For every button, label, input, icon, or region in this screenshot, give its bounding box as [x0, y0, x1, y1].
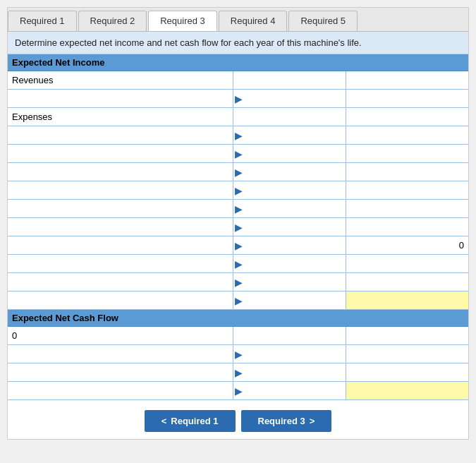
- row-label-e3: [8, 163, 233, 181]
- next-button-label: Required 3: [258, 416, 305, 426]
- input-col-e6[interactable]: ▶: [233, 218, 346, 236]
- cashflow-input-0[interactable]: [233, 329, 346, 342]
- expenses-input[interactable]: [233, 110, 346, 124]
- row-label-e6: [8, 218, 233, 236]
- input-col-1[interactable]: ▶: [233, 90, 346, 107]
- value-col-yellow-1[interactable]: [346, 291, 468, 309]
- table-row: ▶: [8, 218, 468, 236]
- table-row: ▶: [8, 145, 468, 163]
- value-col-e7: [346, 255, 468, 272]
- row-label-e8: [8, 273, 233, 291]
- input-cf1[interactable]: [243, 347, 346, 361]
- input-col-e3[interactable]: ▶: [233, 163, 346, 181]
- input-col-e2[interactable]: ▶: [233, 145, 346, 162]
- revenues-value-col: [346, 71, 468, 89]
- table-row: ▶: [8, 163, 468, 181]
- value-col-zero: 0: [346, 236, 468, 254]
- arrow-icon-e3: ▶: [233, 167, 243, 178]
- row-label-cf-yellow: [8, 382, 233, 399]
- row-label-empty-1: [8, 90, 233, 107]
- input-col-cf2[interactable]: ▶: [233, 363, 346, 381]
- row-label-expenses: Expenses: [8, 108, 233, 126]
- cashflow-input-col-0[interactable]: [233, 327, 346, 344]
- input-e7[interactable]: [243, 257, 346, 270]
- section-header-net-income: Expected Net Income: [8, 54, 468, 71]
- arrow-icon-e2: ▶: [233, 148, 243, 160]
- row-label-yellow-1: [8, 291, 233, 309]
- value-col-e6: [346, 218, 468, 236]
- table-row: ▶: [8, 363, 468, 382]
- table-row: ▶: [8, 291, 468, 310]
- next-button[interactable]: Required 3 >: [241, 410, 332, 432]
- value-col-1: [346, 90, 468, 107]
- row-label-cashflow-0: 0: [8, 327, 233, 344]
- value-col-e1: [346, 126, 468, 144]
- input-e6[interactable]: [243, 220, 346, 234]
- chevron-left-icon: <: [161, 416, 167, 426]
- tab-required-1[interactable]: Required 1: [8, 11, 77, 31]
- input-col-e1[interactable]: ▶: [233, 126, 346, 144]
- arrow-icon-e1: ▶: [233, 130, 243, 141]
- input-col-cf1[interactable]: ▶: [233, 345, 346, 363]
- value-col-cf-yellow[interactable]: [346, 382, 468, 399]
- prev-button[interactable]: < Required 1: [145, 410, 236, 432]
- input-e4[interactable]: [243, 184, 346, 197]
- arrow-icon-e4: ▶: [233, 185, 243, 196]
- row-label-zero: [8, 236, 233, 254]
- input-cf2[interactable]: [243, 366, 346, 379]
- table-row: ▶: [8, 90, 468, 108]
- arrow-icon-zero: ▶: [233, 240, 243, 251]
- tab-required-5[interactable]: Required 5: [288, 11, 358, 31]
- value-col-e8: [346, 273, 468, 291]
- input-col-zero[interactable]: ▶: [233, 236, 346, 254]
- tab-required-3[interactable]: Required 3: [148, 11, 217, 31]
- arrow-icon-e8: ▶: [233, 277, 243, 288]
- chevron-right-icon: >: [310, 416, 315, 426]
- value-col-cf2: [346, 363, 468, 381]
- input-zero[interactable]: [243, 239, 346, 252]
- arrow-icon-yellow-1: ▶: [233, 295, 243, 306]
- arrow-icon-1: ▶: [233, 93, 243, 104]
- arrow-icon-cf-yellow: ▶: [233, 385, 243, 397]
- input-col-cf-yellow[interactable]: ▶: [233, 382, 346, 399]
- input-col-e8[interactable]: ▶: [233, 273, 346, 291]
- value-col-e3: [346, 163, 468, 181]
- main-container: Required 1 Required 2 Required 3 Require…: [7, 7, 469, 440]
- input-field-1[interactable]: [243, 92, 346, 105]
- input-yellow-1[interactable]: [243, 294, 346, 307]
- tab-required-4[interactable]: Required 4: [219, 11, 288, 31]
- input-col-e4[interactable]: ▶: [233, 181, 346, 199]
- value-col-e5: [346, 200, 468, 217]
- value-col-e4: [346, 181, 468, 199]
- row-label-revenues: Revenues: [8, 71, 233, 89]
- expenses-input-col[interactable]: [233, 108, 346, 126]
- tab-required-2[interactable]: Required 2: [78, 11, 147, 31]
- input-e2[interactable]: [243, 147, 346, 160]
- input-e3[interactable]: [243, 165, 346, 179]
- row-label-e7: [8, 255, 233, 272]
- revenues-input[interactable]: [233, 73, 346, 87]
- table-row: 0: [8, 327, 468, 345]
- input-cf-yellow[interactable]: [243, 384, 346, 397]
- table-row: Revenues: [8, 71, 468, 90]
- input-e1[interactable]: [243, 128, 346, 142]
- input-e5[interactable]: [243, 202, 346, 215]
- table-row: ▶: [8, 345, 468, 363]
- table-row: ▶ 0: [8, 236, 468, 255]
- input-e8[interactable]: [243, 275, 346, 289]
- row-label-e2: [8, 145, 233, 162]
- table-row: ▶: [8, 273, 468, 291]
- input-col-e7[interactable]: ▶: [233, 255, 346, 272]
- revenues-input-col[interactable]: [233, 71, 346, 89]
- tab-bar: Required 1 Required 2 Required 3 Require…: [8, 8, 468, 32]
- table-row: ▶: [8, 382, 468, 400]
- input-col-yellow-1[interactable]: ▶: [233, 291, 346, 309]
- table-row: ▶: [8, 255, 468, 273]
- input-col-e5[interactable]: ▶: [233, 200, 346, 217]
- section-header-net-cash-flow: Expected Net Cash Flow: [8, 310, 468, 327]
- arrow-icon-e7: ▶: [233, 258, 243, 270]
- yellow-input-cf[interactable]: [350, 384, 464, 397]
- table-row: ▶: [8, 200, 468, 218]
- yellow-input-1[interactable]: [350, 294, 464, 307]
- nav-buttons-area: < Required 1 Required 3 >: [8, 400, 468, 439]
